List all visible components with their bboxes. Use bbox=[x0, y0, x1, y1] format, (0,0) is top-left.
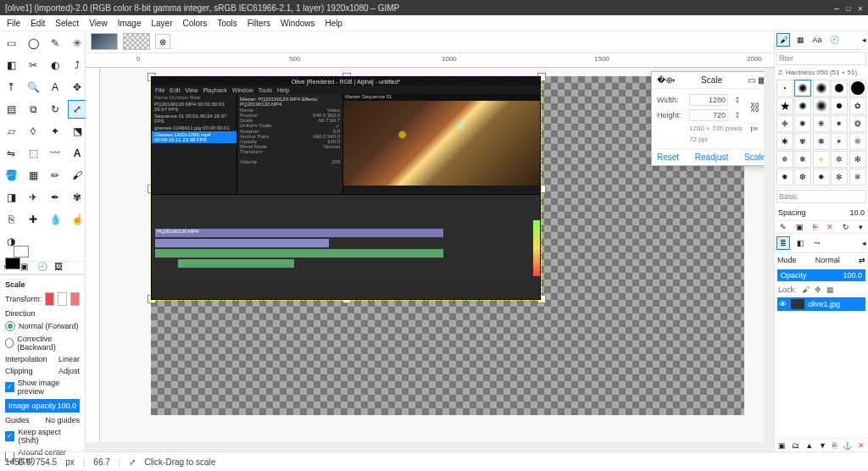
close-tab-icon[interactable]: ⊗ bbox=[155, 34, 170, 49]
brush-item[interactable]: ✱ bbox=[776, 133, 793, 150]
brush-item[interactable]: ✻ bbox=[831, 169, 848, 186]
brush-item[interactable]: ❋ bbox=[813, 115, 830, 132]
fuzzy-select-tool[interactable]: ✳ bbox=[68, 34, 86, 53]
fonts-tab-icon[interactable]: Aa bbox=[810, 33, 824, 47]
brush-item[interactable]: ✹ bbox=[776, 169, 793, 186]
cage-tool[interactable]: ⬚ bbox=[24, 144, 42, 163]
paths-tab-icon[interactable]: ⤳ bbox=[810, 236, 824, 250]
blur-tool[interactable]: 💧 bbox=[46, 210, 64, 229]
layer-mode-select[interactable]: Normal bbox=[815, 256, 840, 264]
scale-height-spinner[interactable]: ▲▼ bbox=[735, 111, 747, 119]
transform-path-icon[interactable] bbox=[70, 292, 80, 306]
show-preview[interactable]: Show image preview bbox=[5, 379, 80, 396]
warp-tool[interactable]: 〰 bbox=[46, 144, 64, 163]
brush-item[interactable]: ❃ bbox=[813, 133, 830, 150]
brush-item[interactable]: ✿ bbox=[849, 97, 866, 114]
layer-dup-icon[interactable]: ⎘ bbox=[832, 441, 837, 450]
new-layer-icon[interactable]: ▣ bbox=[778, 441, 786, 450]
maximize-button[interactable]: ☐ bbox=[846, 3, 851, 13]
guides-value[interactable]: No guides bbox=[45, 416, 80, 424]
brush-dup-icon[interactable]: ⎘ bbox=[813, 223, 817, 231]
layers-tab-icon[interactable]: ≣ bbox=[776, 236, 790, 250]
scale-dialog-grid-icon[interactable]: ▦ bbox=[758, 75, 764, 85]
brush-edit-icon[interactable]: ✎ bbox=[780, 223, 787, 231]
color-picker-tool[interactable]: ⤒ bbox=[2, 78, 20, 97]
paintbrush-tool[interactable]: 🖌 bbox=[68, 166, 86, 185]
brush-item[interactable]: ✼ bbox=[831, 151, 848, 168]
layer-delete-icon[interactable]: ✕ bbox=[858, 441, 865, 450]
layer-down-icon[interactable]: ▼ bbox=[819, 441, 826, 450]
shear-tool[interactable]: ▱ bbox=[2, 122, 20, 141]
ruler-horizontal[interactable]: 0 500 1000 1500 2000 bbox=[86, 53, 774, 68]
direction-normal[interactable]: Normal (Forward) bbox=[5, 321, 80, 331]
brush-item[interactable] bbox=[849, 80, 866, 97]
layer-name[interactable]: olive1.jpg bbox=[808, 300, 840, 308]
crop-tool[interactable]: ⧉ bbox=[24, 100, 42, 119]
brush-item[interactable] bbox=[794, 97, 811, 114]
chain-icon[interactable]: ⛓ bbox=[750, 102, 764, 114]
brush-item[interactable]: ✸ bbox=[813, 169, 830, 186]
brush-item[interactable]: ✾ bbox=[794, 133, 811, 150]
layer-anchor-icon[interactable]: ⚓ bbox=[843, 441, 852, 450]
gradient-tool[interactable]: ▦ bbox=[24, 166, 42, 185]
brush-item[interactable] bbox=[776, 80, 793, 97]
foreground-tool[interactable]: ◐ bbox=[46, 56, 64, 75]
menu-view[interactable]: View bbox=[89, 19, 108, 28]
image-tab-2[interactable] bbox=[123, 33, 150, 50]
bg-color-swatch[interactable] bbox=[14, 246, 29, 258]
handle-transform-tool[interactable]: ⬔ bbox=[68, 122, 86, 141]
layer-group-icon[interactable]: 🗂 bbox=[792, 441, 799, 450]
brush-item[interactable]: ❆ bbox=[794, 169, 811, 186]
menu-image[interactable]: Image bbox=[118, 19, 142, 28]
scale-readjust-button[interactable]: Readjust bbox=[695, 152, 728, 162]
rect-select-tool[interactable]: ▭ bbox=[2, 34, 20, 53]
brush-item[interactable]: ❅ bbox=[794, 151, 811, 168]
ink-tool[interactable]: ✒ bbox=[46, 188, 64, 207]
scale-dialog[interactable]: �⟴ Scale ▭ ▦ Width: 1280 ▲▼ ⛓ Height: 72 bbox=[651, 71, 764, 166]
image-tab-icon[interactable]: 🖼 bbox=[54, 262, 66, 274]
channels-tab-icon[interactable]: ◧ bbox=[793, 236, 807, 250]
transform-selection-icon[interactable] bbox=[58, 292, 67, 306]
scale-tool[interactable]: ⤢ bbox=[68, 100, 86, 119]
brush-item[interactable]: ❉ bbox=[776, 115, 793, 132]
keep-aspect[interactable]: Keep aspect (Shift) bbox=[5, 428, 80, 445]
menu-help[interactable]: Help bbox=[326, 19, 343, 28]
menu-edit[interactable]: Edit bbox=[31, 19, 45, 28]
spacing-value[interactable]: 10.0 bbox=[810, 208, 865, 217]
dock-menu-icon[interactable]: ◂ bbox=[862, 36, 866, 44]
status-zoom[interactable]: 66.7 bbox=[93, 457, 109, 467]
bucket-tool[interactable]: 🪣 bbox=[2, 166, 20, 185]
free-select-tool[interactable]: ✎ bbox=[46, 34, 64, 53]
direction-corrective[interactable]: Corrective (Backward) bbox=[5, 335, 80, 352]
close-button[interactable]: ✕ bbox=[858, 3, 863, 13]
scale-dialog-collapse-icon[interactable]: ▭ bbox=[748, 75, 755, 85]
brush-new-icon[interactable]: ▣ bbox=[796, 223, 804, 231]
history-tab-icon[interactable]: 🕘 bbox=[827, 33, 841, 47]
ellipse-select-tool[interactable]: ◯ bbox=[24, 34, 42, 53]
brush-refresh-icon[interactable]: ↻ bbox=[843, 223, 849, 231]
menu-colors[interactable]: Colors bbox=[182, 19, 207, 28]
zoom-tool[interactable]: 🔍 bbox=[24, 78, 42, 97]
layer-opacity-slider[interactable]: Opacity 100.0 bbox=[777, 269, 865, 281]
scale-reset-button[interactable]: Reset bbox=[657, 152, 679, 162]
brush-menu-icon[interactable]: ▾ bbox=[859, 223, 863, 231]
canvas-scrollbar-vertical[interactable] bbox=[764, 68, 774, 442]
brush-item[interactable] bbox=[831, 80, 848, 97]
airbrush-tool[interactable]: ✈ bbox=[24, 188, 42, 207]
scissors-tool[interactable]: ✂ bbox=[24, 56, 42, 75]
brush-item[interactable]: ❄ bbox=[849, 169, 866, 186]
brush-item[interactable] bbox=[831, 97, 848, 114]
menu-select[interactable]: Select bbox=[55, 19, 79, 28]
image-opacity-slider[interactable]: Image opacity 100.0 bbox=[5, 399, 80, 413]
lock-position-icon[interactable]: ✥ bbox=[815, 285, 821, 294]
brush-item[interactable]: ● bbox=[813, 151, 830, 168]
smudge-tool[interactable]: ☝ bbox=[68, 210, 86, 229]
rotate-tool[interactable]: ↻ bbox=[46, 100, 64, 119]
dock-menu-icon[interactable]: ◂ bbox=[862, 239, 866, 247]
brushes-tab-icon[interactable]: 🖌 bbox=[776, 33, 790, 47]
scale-width-spinner[interactable]: ▲▼ bbox=[735, 96, 747, 104]
fg-color-swatch[interactable] bbox=[5, 258, 20, 269]
brush-item[interactable] bbox=[813, 80, 830, 97]
scale-width-input[interactable]: 1280 bbox=[689, 94, 728, 106]
device-tab-icon[interactable]: ▣ bbox=[20, 262, 32, 274]
